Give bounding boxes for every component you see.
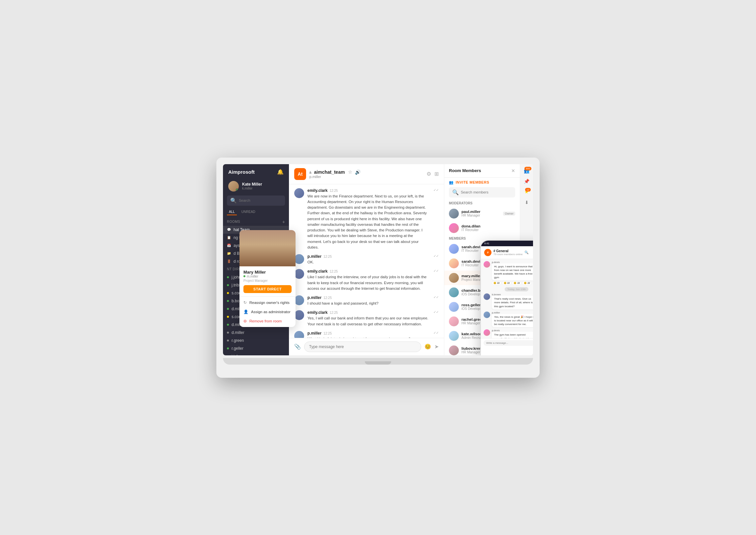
laptop-base [223, 358, 533, 365]
member-avatar [449, 316, 459, 326]
status-dot [227, 332, 229, 334]
room-icon: 📁 [227, 252, 231, 255]
close-icon[interactable]: ✕ [511, 168, 515, 173]
phone-more-icon[interactable]: ⋮ [532, 251, 533, 254]
reaction[interactable]: 😊 22 [512, 281, 521, 285]
phone-msg-avatar [484, 329, 490, 336]
members-header: Room Members ✕ [444, 164, 520, 178]
direct-item-dmiller3[interactable]: d.miller [223, 329, 289, 337]
msg-header: p.miller 12:25 [307, 254, 429, 259]
status-dot [227, 340, 229, 342]
search-input[interactable] [239, 198, 282, 202]
message-row: p.miller 12:25 What kind of data do I ne… [294, 331, 439, 338]
phone-room-avatar: # [484, 249, 491, 256]
tab-all[interactable]: ALL [227, 209, 237, 215]
rooms-label: Rooms [227, 220, 240, 223]
status-dot [227, 308, 229, 310]
invite-label: INVITE MEMBERS [456, 180, 489, 184]
status-dot [227, 316, 229, 318]
user-handle: k.miller [242, 187, 284, 190]
online-dot [243, 275, 245, 277]
message-row: emily.clark 12:25 Yes, I will call our b… [294, 310, 439, 327]
msg-author: p.miller [307, 331, 322, 336]
msg-header: p.miller 12:25 [307, 331, 429, 336]
phone-msg-bubble: The gym has been opened recently. It's h… [492, 332, 533, 338]
msg-content: p.miller 12:25 I should have a login and… [307, 295, 429, 306]
start-direct-button[interactable]: START DIRECT [243, 285, 292, 293]
msg-avatar [294, 188, 304, 198]
grid-icon[interactable]: ⊞ [434, 171, 439, 177]
phone-msg-bubble: That's really cool news. Give us more de… [492, 296, 533, 310]
invite-icon: 👥 [449, 180, 454, 185]
direct-item-rgeller[interactable]: r.geller [223, 344, 289, 352]
star-icon[interactable]: ★ 12 [524, 189, 529, 194]
reassign-rights-item[interactable]: ↻ Reassign owner's rights [239, 298, 296, 307]
assign-admin-item[interactable]: 👤 Assign as administrator [239, 307, 296, 316]
member-avatar [449, 244, 459, 254]
msg-content: p.miller 12:25 OK. [307, 254, 429, 265]
user-card-overlay: Mary Miller m.miller Project Manager STA… [239, 230, 296, 327]
msg-header: emily.clark 12:25 [307, 269, 429, 274]
star-icon[interactable]: ☆ [348, 169, 352, 175]
member-avatar [449, 209, 459, 219]
emoji-icon[interactable]: 😊 [425, 343, 431, 350]
phone-search-icon[interactable]: 🔍 [524, 251, 528, 254]
search-bar[interactable]: 🔍 [227, 195, 285, 206]
member-name: dona.dilan [461, 224, 515, 228]
download-icon[interactable]: ⬇ [525, 200, 529, 205]
phone-msg-author: p.devis [492, 329, 533, 332]
msg-content: emily.clark 12:25 Like I said during the… [307, 269, 429, 291]
invite-members-button[interactable]: 👥 INVITE MEMBERS [444, 178, 520, 187]
reassign-label: Reassign owner's rights [249, 301, 290, 305]
phone-msg-bubble: Hi, guys. I want to announce that from n… [492, 263, 533, 281]
msg-avatar [294, 269, 304, 279]
assign-label: Assign as administrator [251, 310, 291, 314]
phone-msg-row: p.devis Hi, guys. I want to announce tha… [484, 261, 533, 285]
msg-time: 12:25 [330, 270, 338, 273]
online-indicator [236, 189, 238, 191]
attachment-icon[interactable]: 📎 [294, 343, 301, 350]
add-room-icon[interactable]: + [282, 219, 285, 224]
status-dot [227, 300, 229, 302]
pin-icon[interactable]: 📌 [524, 179, 529, 184]
avatar [228, 181, 239, 192]
direct-item-rgreen[interactable]: r.green [223, 337, 289, 344]
phone-message-input[interactable] [484, 340, 533, 346]
app-name: Aimprosoft [228, 169, 255, 175]
read-check: ✓✓ [433, 188, 439, 192]
reaction[interactable]: 😊 22 [502, 281, 512, 285]
remove-from-room-item[interactable]: ⊖ Remove from room [239, 316, 296, 326]
owner-badge: Owner [503, 212, 515, 216]
members-search-input[interactable] [461, 190, 512, 194]
member-item-dona[interactable]: dona.dilan IT Recruiter [444, 221, 520, 235]
read-check: ✓✓ [433, 254, 439, 258]
direct-item-jjohnson2[interactable]: j.johnson [223, 352, 289, 355]
send-icon[interactable]: ➤ [434, 343, 439, 350]
message-row: emily.clark 12:25 Like I said during the… [294, 269, 439, 291]
member-item-paul[interactable]: paul.miller HR Manager Owner [444, 206, 520, 221]
msg-author: emily.clark [307, 188, 328, 193]
reaction[interactable]: 😊 22 [522, 281, 532, 285]
members-search[interactable]: 🔍 [449, 187, 515, 197]
status-dot [227, 347, 229, 349]
message-row: p.miller 12:25 I should have a login and… [294, 295, 439, 306]
phone-messages: p.devis Hi, guys. I want to announce tha… [481, 259, 533, 338]
status-dot [227, 324, 229, 326]
phone-msg-content: b.brown That's really cool news. Give us… [492, 293, 533, 310]
phone-msg-row: p.miller Yes, the news is great 🎉 I hope… [484, 312, 533, 328]
user-name: Kate Miller [242, 182, 284, 187]
at-icon: à [309, 170, 311, 174]
msg-time: 12:25 [330, 189, 338, 193]
msg-author: emily.clark [307, 310, 328, 315]
volume-icon[interactable]: 🔊 [355, 169, 361, 175]
chat-header: At à aimchat_team ☆ 🔊 p.miller ⚙ ⊞ [289, 164, 444, 184]
message-input[interactable] [304, 342, 421, 352]
reassign-icon: ↻ [243, 300, 247, 305]
search-chat-icon[interactable]: ⚙ [426, 171, 431, 177]
team-icon[interactable]: 👥 300 [524, 168, 529, 173]
bell-icon[interactable]: 🔔 [277, 169, 284, 175]
user-card-name: Mary Miller [243, 270, 292, 275]
reaction[interactable]: 😊 22 [492, 281, 501, 285]
phone-msg-content: p.miller Yes, the news is great 🎉 I hope… [492, 312, 533, 328]
tab-unread[interactable]: UNREAD [239, 209, 257, 215]
